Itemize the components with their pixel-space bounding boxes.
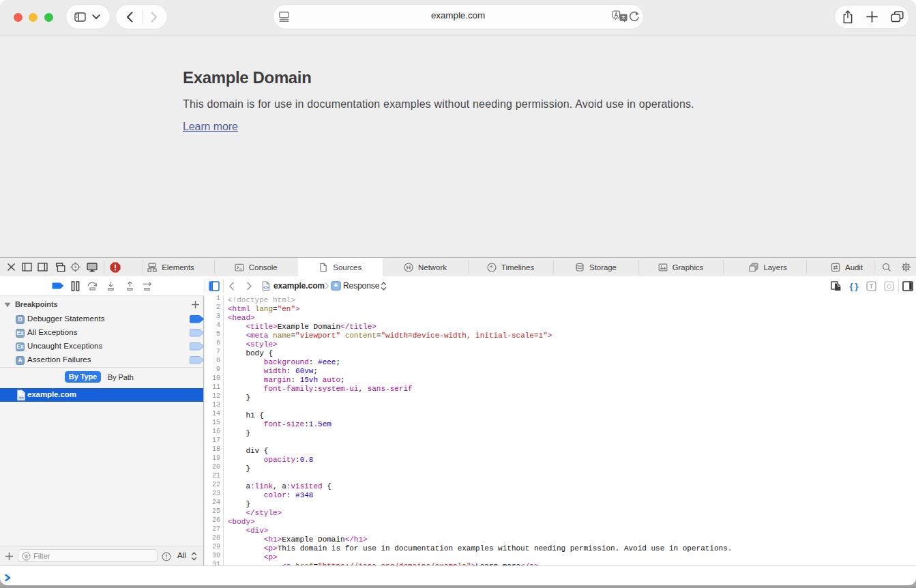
svg-text:C: C — [887, 283, 891, 290]
svg-text:{ }: { } — [849, 281, 859, 291]
svg-text:<>: <> — [19, 395, 25, 400]
svg-text:<>: <> — [263, 284, 269, 289]
svg-text:T: T — [870, 283, 874, 290]
